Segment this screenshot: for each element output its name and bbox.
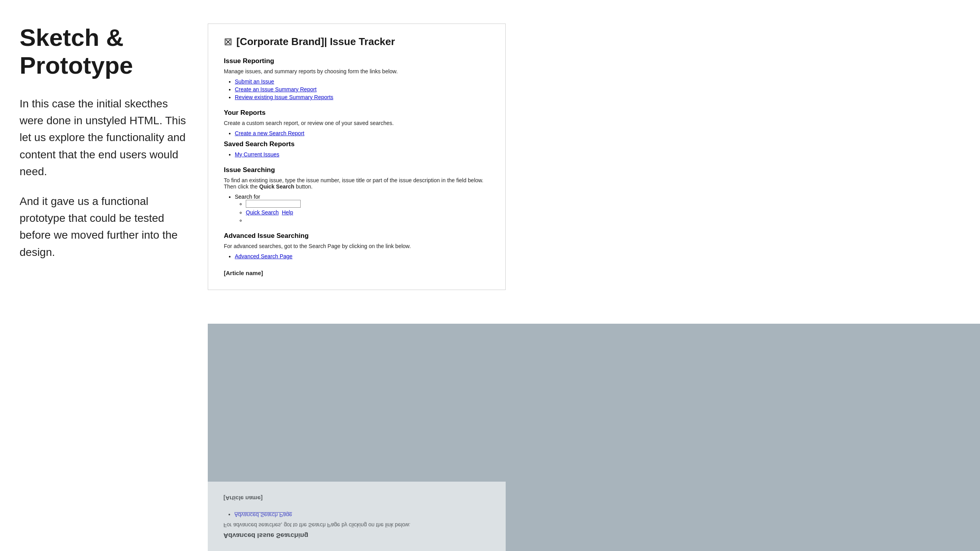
reflected-advanced-link[interactable]: Advanced Search Page: [234, 512, 292, 518]
issue-searching-desc-post: button.: [294, 183, 313, 190]
issue-searching-desc: To find an existing issue, type the issu…: [224, 177, 490, 190]
quick-search-bold: Quick Search: [259, 183, 294, 190]
advanced-searching-desc: For advanced searches, got to the Search…: [224, 243, 490, 249]
search-empty-item: [246, 217, 490, 223]
issue-reporting-desc: Manage issues, and summary reports by ch…: [224, 68, 490, 74]
list-item-submit: Submit an Issue: [235, 78, 490, 85]
tracker-header: ⊠ [Corporate Brand]| Issue Tracker: [224, 36, 490, 48]
issue-reporting-list: Submit an Issue Create an Issue Summary …: [235, 78, 490, 100]
search-help-link[interactable]: Help: [282, 209, 293, 216]
review-issue-summary-link[interactable]: Review existing Issue Summary Reports: [235, 94, 333, 100]
article-name-bar: [Article name]: [224, 268, 490, 278]
gray-background: Advanced Issue Searching For advanced se…: [208, 324, 980, 551]
list-item-my-issues: My Current Issues: [235, 151, 490, 158]
advanced-searching-section: Advanced Issue Searching For advanced se…: [224, 232, 490, 259]
list-item-review-summary: Review existing Issue Summary Reports: [235, 94, 490, 100]
search-inner-list: Quick Search Help: [246, 200, 490, 223]
search-for-item: Search for Quick Search Help: [235, 194, 490, 223]
your-reports-section: Your Reports Create a custom search repo…: [224, 109, 490, 158]
submit-issue-link[interactable]: Submit an Issue: [235, 78, 274, 85]
issue-reporting-heading: Issue Reporting: [224, 57, 490, 65]
right-panel: Advanced Issue Searching For advanced se…: [208, 0, 980, 551]
left-para1: In this case the initial skecthes were d…: [20, 95, 188, 180]
page-container: Sketch & Prototype In this case the init…: [0, 0, 980, 551]
saved-reports-heading: Saved Search Reports: [224, 140, 490, 148]
advanced-searching-list: Advanced Search Page: [235, 253, 490, 259]
search-for-label: Search for: [235, 194, 260, 200]
saved-reports-list: My Current Issues: [235, 151, 490, 158]
reflected-advanced-heading: Advanced Issue Searching: [223, 531, 490, 539]
reflected-advanced-desc: For advanced searches, got to the Search…: [223, 522, 490, 528]
list-item-advanced-search: Advanced Search Page: [235, 253, 490, 259]
advanced-search-page-link[interactable]: Advanced Search Page: [235, 253, 292, 259]
reflected-list-item: Advanced Search Page: [234, 512, 490, 518]
issue-searching-heading: Issue Searching: [224, 166, 490, 174]
create-search-report-link[interactable]: Create a new Search Report: [235, 130, 304, 136]
search-input-item: [246, 200, 490, 208]
issue-searching-section: Issue Searching To find an existing issu…: [224, 166, 490, 223]
browser-window: ⊠ [Corporate Brand]| Issue Tracker Issue…: [208, 24, 506, 290]
quick-search-item: Quick Search Help: [246, 209, 490, 216]
list-item-create-summary: Create an Issue Summary Report: [235, 86, 490, 92]
reflected-content: Advanced Issue Searching For advanced se…: [208, 482, 506, 551]
your-reports-heading: Your Reports: [224, 109, 490, 117]
left-panel: Sketch & Prototype In this case the init…: [0, 0, 208, 551]
list-item-new-search: Create a new Search Report: [235, 130, 490, 136]
issue-reporting-section: Issue Reporting Manage issues, and summa…: [224, 57, 490, 100]
tracker-icon: ⊠: [224, 36, 232, 48]
left-para2: And it gave us a functional prototype th…: [20, 193, 188, 261]
search-input[interactable]: [246, 200, 301, 208]
issue-searching-outer-list: Search for Quick Search Help: [235, 194, 490, 223]
page-title: Sketch & Prototype: [20, 24, 188, 80]
your-reports-desc: Create a custom search report, or review…: [224, 120, 490, 126]
my-current-issues-link[interactable]: My Current Issues: [235, 151, 279, 158]
quick-search-link[interactable]: Quick Search: [246, 209, 279, 216]
reflected-article-name: [Article name]: [223, 493, 490, 503]
advanced-searching-heading: Advanced Issue Searching: [224, 232, 490, 240]
your-reports-list: Create a new Search Report: [235, 130, 490, 136]
tracker-title: [Corporate Brand]| Issue Tracker: [236, 36, 395, 48]
create-issue-summary-link[interactable]: Create an Issue Summary Report: [235, 86, 317, 92]
